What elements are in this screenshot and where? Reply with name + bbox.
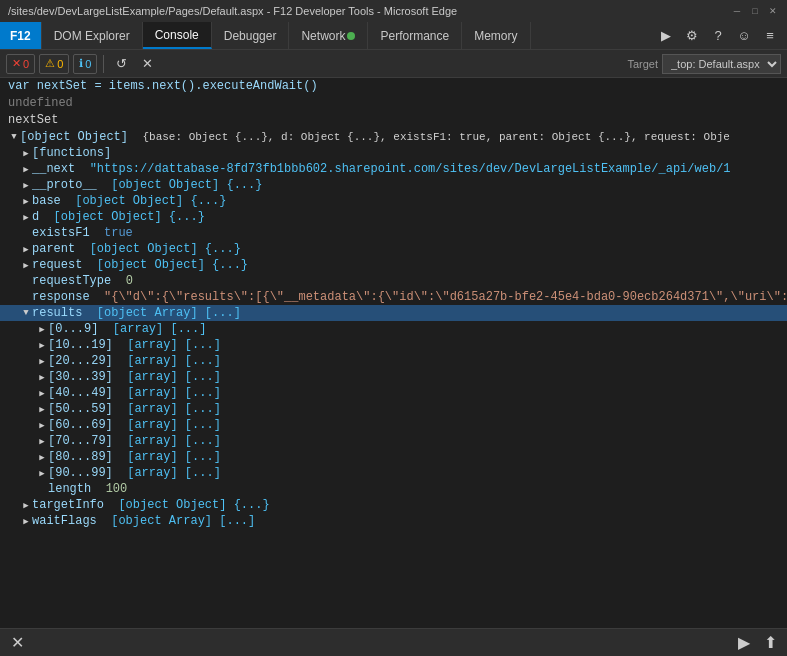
tree-item[interactable]: results [object Array] [...] <box>0 305 787 321</box>
tree-item[interactable]: [80...89] [array] [...] <box>0 449 787 465</box>
tab-f12[interactable]: F12 <box>0 22 42 49</box>
tree-key: __proto__ <box>32 178 97 192</box>
tree-item[interactable]: response "{\"d\":{\"results\":[{\"__meta… <box>0 289 787 305</box>
tree-toggle-icon[interactable] <box>20 180 32 191</box>
expand-bottom-button[interactable]: ⬆ <box>759 632 781 654</box>
tree-toggle-icon[interactable] <box>20 196 32 207</box>
tab-performance[interactable]: Performance <box>368 22 462 49</box>
tab-memory[interactable]: Memory <box>462 22 530 49</box>
tree-toggle-icon[interactable] <box>20 148 32 159</box>
tree-item[interactable]: [10...19] [array] [...] <box>0 337 787 353</box>
tree-toggle-icon[interactable] <box>20 516 32 527</box>
tree-item[interactable]: [20...29] [array] [...] <box>0 353 787 369</box>
maximize-button[interactable]: □ <box>749 5 761 17</box>
close-button[interactable]: ✕ <box>767 5 779 17</box>
tree-toggle-icon[interactable] <box>36 388 48 399</box>
tree-item[interactable]: [50...59] [array] [...] <box>0 401 787 417</box>
tree-key: [60...69] <box>48 418 113 432</box>
console-output[interactable]: var nextSet = items.next().executeAndWai… <box>0 78 787 628</box>
root-key: [object Object] <box>20 130 128 144</box>
tree-toggle-icon[interactable] <box>20 500 32 511</box>
tree-toggle-icon[interactable] <box>36 404 48 415</box>
tree-item[interactable]: targetInfo [object Object] {...} <box>0 497 787 513</box>
tree-item[interactable]: [0...9] [array] [...] <box>0 321 787 337</box>
info-count: 0 <box>85 58 91 70</box>
tree-key: base <box>32 194 61 208</box>
clear-bottom-button[interactable]: ✕ <box>6 632 28 654</box>
tree-toggle-icon[interactable] <box>20 260 32 271</box>
target-label: Target <box>627 58 658 70</box>
tree-value: [object Array] [...] <box>111 514 255 528</box>
undefined-text: undefined <box>8 96 73 110</box>
tree-key: [functions] <box>32 146 111 160</box>
tab-memory-label: Memory <box>474 29 517 43</box>
tree-root-row[interactable]: [object Object] {base: Object {...}, d: … <box>0 129 787 145</box>
tree-toggle-icon[interactable] <box>20 212 32 223</box>
tab-console[interactable]: Console <box>143 22 212 49</box>
tab-debugger[interactable]: Debugger <box>212 22 290 49</box>
warning-icon: ⚠ <box>45 57 55 70</box>
warning-badge[interactable]: ⚠ 0 <box>39 54 69 74</box>
tab-dom-label: DOM Explorer <box>54 29 130 43</box>
tree-item[interactable]: [functions] <box>0 145 787 161</box>
tree-item[interactable]: parent [object Object] {...} <box>0 241 787 257</box>
tab-network[interactable]: Network <box>289 22 368 49</box>
tab-dom[interactable]: DOM Explorer <box>42 22 143 49</box>
tree-value: [array] [...] <box>113 322 207 336</box>
tree-key: targetInfo <box>32 498 104 512</box>
error-badge[interactable]: ✕ 0 <box>6 54 35 74</box>
tree-toggle-icon[interactable] <box>20 164 32 175</box>
tree-item[interactable]: existsF1 true <box>0 225 787 241</box>
tree-item[interactable]: [40...49] [array] [...] <box>0 385 787 401</box>
tree-toggle-icon[interactable] <box>36 420 48 431</box>
tree-item[interactable]: __next "https://dattabase-8fd73fb1bbb602… <box>0 161 787 177</box>
tree-toggle-icon[interactable] <box>36 468 48 479</box>
minimize-button[interactable]: ─ <box>731 5 743 17</box>
tree-toggle-icon[interactable] <box>36 436 48 447</box>
tab-network-label: Network <box>301 29 345 43</box>
nav-menu-icon[interactable]: ≡ <box>759 25 781 47</box>
tree-item[interactable]: base [object Object] {...} <box>0 193 787 209</box>
refresh-icon: ↺ <box>116 56 127 71</box>
tree-value: [array] [...] <box>127 418 221 432</box>
tree-value: [array] [...] <box>127 450 221 464</box>
close-console-button[interactable]: ✕ <box>136 53 158 75</box>
tree-item[interactable]: __proto__ [object Object] {...} <box>0 177 787 193</box>
nav-help-icon[interactable]: ? <box>707 25 729 47</box>
root-toggle[interactable] <box>8 132 20 142</box>
tree-item[interactable]: waitFlags [object Array] [...] <box>0 513 787 529</box>
tree-item[interactable]: [90...99] [array] [...] <box>0 465 787 481</box>
tree-key: existsF1 <box>32 226 90 240</box>
tab-performance-label: Performance <box>380 29 449 43</box>
var-name-text: nextSet <box>8 113 58 127</box>
tree-value: [array] [...] <box>127 402 221 416</box>
tree-value: "{\"d\":{\"results\":[{\"__metadata\":{\… <box>104 290 787 304</box>
console-output-undefined: undefined <box>0 95 787 112</box>
refresh-button[interactable]: ↺ <box>110 53 132 75</box>
nav-run-icon[interactable]: ▶ <box>655 25 677 47</box>
info-badge[interactable]: ℹ 0 <box>73 54 97 74</box>
tree-toggle-icon[interactable] <box>36 372 48 383</box>
tree-item[interactable]: d [object Object] {...} <box>0 209 787 225</box>
tree-item[interactable]: length 100 <box>0 481 787 497</box>
tree-value: [array] [...] <box>127 354 221 368</box>
tree-item[interactable]: [70...79] [array] [...] <box>0 433 787 449</box>
tree-item[interactable]: request [object Object] {...} <box>0 257 787 273</box>
tree-key: [30...39] <box>48 370 113 384</box>
tree-toggle-icon[interactable] <box>36 340 48 351</box>
nav-settings-icon[interactable]: ⚙ <box>681 25 703 47</box>
tree-toggle-icon[interactable] <box>36 452 48 463</box>
console-input-field[interactable] <box>32 636 729 650</box>
tree-item[interactable]: [60...69] [array] [...] <box>0 417 787 433</box>
run-bottom-button[interactable]: ▶ <box>733 632 755 654</box>
tree-item[interactable]: [30...39] [array] [...] <box>0 369 787 385</box>
tree-key: [0...9] <box>48 322 98 336</box>
tree-toggle-icon[interactable] <box>36 324 48 335</box>
tree-item[interactable]: requestType 0 <box>0 273 787 289</box>
tree-toggle-icon[interactable] <box>20 244 32 255</box>
tree-toggle-icon[interactable] <box>36 356 48 367</box>
nav-feedback-icon[interactable]: ☺ <box>733 25 755 47</box>
nav-bar: F12 DOM Explorer Console Debugger Networ… <box>0 22 787 50</box>
target-select[interactable]: _top: Default.aspx <box>662 54 781 74</box>
tree-toggle-icon[interactable] <box>20 308 32 318</box>
